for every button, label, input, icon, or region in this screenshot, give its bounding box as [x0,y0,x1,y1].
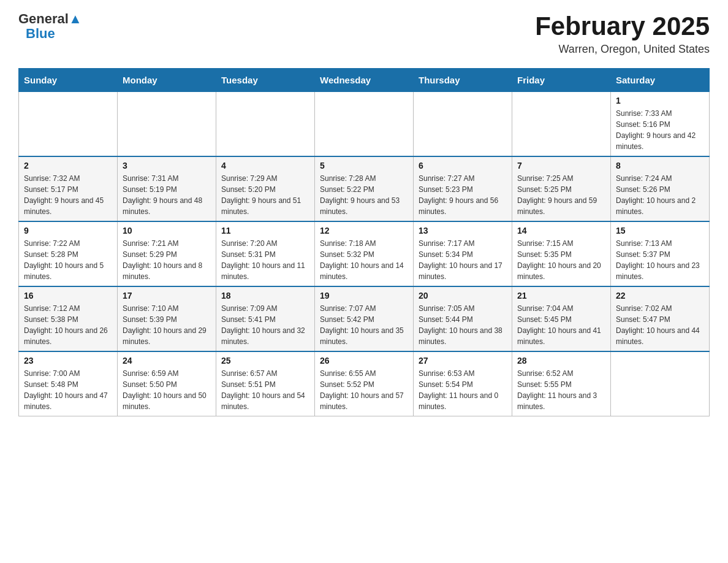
day-info: Sunrise: 6:57 AMSunset: 5:51 PMDaylight:… [221,368,309,412]
calendar-day-cell: 5Sunrise: 7:28 AMSunset: 5:22 PMDaylight… [315,156,414,221]
day-number: 13 [419,226,507,236]
day-number: 7 [517,161,605,170]
day-info: Sunrise: 7:29 AMSunset: 5:20 PMDaylight:… [221,173,309,217]
calendar-day-cell: 25Sunrise: 6:57 AMSunset: 5:51 PMDayligh… [216,351,315,416]
calendar-day-cell: 16Sunrise: 7:12 AMSunset: 5:38 PMDayligh… [19,286,118,351]
calendar-day-cell [611,351,710,416]
calendar-day-cell: 21Sunrise: 7:04 AMSunset: 5:45 PMDayligh… [512,286,611,351]
day-info: Sunrise: 7:12 AMSunset: 5:38 PMDaylight:… [24,303,112,347]
day-number: 9 [24,226,112,236]
day-info: Sunrise: 7:07 AMSunset: 5:42 PMDaylight:… [320,303,408,347]
calendar-day-cell: 15Sunrise: 7:13 AMSunset: 5:37 PMDayligh… [611,221,710,286]
calendar-day-cell: 24Sunrise: 6:59 AMSunset: 5:50 PMDayligh… [118,351,216,416]
calendar-day-cell: 3Sunrise: 7:31 AMSunset: 5:19 PMDaylight… [118,156,216,221]
day-info: Sunrise: 7:18 AMSunset: 5:32 PMDaylight:… [320,238,408,282]
calendar-day-cell: 20Sunrise: 7:05 AMSunset: 5:44 PMDayligh… [414,286,512,351]
day-info: Sunrise: 6:55 AMSunset: 5:52 PMDaylight:… [320,368,408,412]
calendar-day-cell: 2Sunrise: 7:32 AMSunset: 5:17 PMDaylight… [19,156,118,221]
calendar-day-cell: 1Sunrise: 7:33 AMSunset: 5:16 PMDaylight… [611,92,710,157]
day-info: Sunrise: 7:32 AMSunset: 5:17 PMDaylight:… [24,173,112,217]
calendar-week-row: 23Sunrise: 7:00 AMSunset: 5:48 PMDayligh… [19,351,710,416]
title-block: February 2025 Warren, Oregon, United Sta… [535,12,710,56]
calendar-body: 1Sunrise: 7:33 AMSunset: 5:16 PMDaylight… [19,92,710,416]
day-info: Sunrise: 7:24 AMSunset: 5:26 PMDaylight:… [616,173,704,217]
day-number: 12 [320,226,408,236]
calendar-day-cell: 13Sunrise: 7:17 AMSunset: 5:34 PMDayligh… [414,221,512,286]
calendar-week-row: 1Sunrise: 7:33 AMSunset: 5:16 PMDaylight… [19,92,710,157]
day-info: Sunrise: 6:53 AMSunset: 5:54 PMDaylight:… [419,368,507,412]
day-number: 11 [221,226,309,236]
page-header: General▲ Blue February 2025 Warren, Oreg… [18,12,710,56]
day-number: 14 [517,226,605,236]
day-info: Sunrise: 7:31 AMSunset: 5:19 PMDaylight:… [123,173,211,217]
day-info: Sunrise: 7:20 AMSunset: 5:31 PMDaylight:… [221,238,309,282]
calendar-day-cell: 7Sunrise: 7:25 AMSunset: 5:25 PMDaylight… [512,156,611,221]
day-number: 19 [320,291,408,301]
calendar-day-cell: 26Sunrise: 6:55 AMSunset: 5:52 PMDayligh… [315,351,414,416]
calendar-day-cell: 19Sunrise: 7:07 AMSunset: 5:42 PMDayligh… [315,286,414,351]
day-info: Sunrise: 7:17 AMSunset: 5:34 PMDaylight:… [419,238,507,282]
day-number: 26 [320,356,408,366]
day-info: Sunrise: 7:28 AMSunset: 5:22 PMDaylight:… [320,173,408,217]
calendar-day-cell [512,92,611,157]
header-saturday: Saturday [611,69,710,92]
calendar-day-cell: 9Sunrise: 7:22 AMSunset: 5:28 PMDaylight… [19,221,118,286]
day-number: 1 [616,96,704,105]
day-number: 16 [24,291,112,301]
calendar-location: Warren, Oregon, United States [535,43,710,56]
calendar-day-cell: 17Sunrise: 7:10 AMSunset: 5:39 PMDayligh… [118,286,216,351]
header-wednesday: Wednesday [315,69,414,92]
calendar-day-cell [414,92,512,157]
day-number: 22 [616,291,704,301]
day-number: 6 [419,161,507,170]
header-tuesday: Tuesday [216,69,315,92]
day-info: Sunrise: 7:04 AMSunset: 5:45 PMDaylight:… [517,303,605,347]
day-info: Sunrise: 6:59 AMSunset: 5:50 PMDaylight:… [123,368,211,412]
header-sunday: Sunday [19,69,118,92]
calendar-day-cell [315,92,414,157]
calendar-day-cell: 18Sunrise: 7:09 AMSunset: 5:41 PMDayligh… [216,286,315,351]
calendar-day-cell: 12Sunrise: 7:18 AMSunset: 5:32 PMDayligh… [315,221,414,286]
calendar-day-cell: 14Sunrise: 7:15 AMSunset: 5:35 PMDayligh… [512,221,611,286]
day-info: Sunrise: 7:21 AMSunset: 5:29 PMDaylight:… [123,238,211,282]
calendar-day-cell [19,92,118,157]
calendar-day-cell: 10Sunrise: 7:21 AMSunset: 5:29 PMDayligh… [118,221,216,286]
calendar-day-cell: 11Sunrise: 7:20 AMSunset: 5:31 PMDayligh… [216,221,315,286]
day-info: Sunrise: 7:10 AMSunset: 5:39 PMDaylight:… [123,303,211,347]
day-number: 24 [123,356,211,366]
calendar-day-cell: 8Sunrise: 7:24 AMSunset: 5:26 PMDaylight… [611,156,710,221]
day-number: 17 [123,291,211,301]
day-info: Sunrise: 7:27 AMSunset: 5:23 PMDaylight:… [419,173,507,217]
calendar-day-cell: 4Sunrise: 7:29 AMSunset: 5:20 PMDaylight… [216,156,315,221]
day-info: Sunrise: 7:25 AMSunset: 5:25 PMDaylight:… [517,173,605,217]
logo-blue-text: Blue [26,26,55,42]
day-info: Sunrise: 7:05 AMSunset: 5:44 PMDaylight:… [419,303,507,347]
calendar-day-cell: 23Sunrise: 7:00 AMSunset: 5:48 PMDayligh… [19,351,118,416]
calendar-week-row: 16Sunrise: 7:12 AMSunset: 5:38 PMDayligh… [19,286,710,351]
day-info: Sunrise: 7:13 AMSunset: 5:37 PMDaylight:… [616,238,704,282]
calendar-table: Sunday Monday Tuesday Wednesday Thursday… [18,68,710,416]
day-number: 23 [24,356,112,366]
calendar-header-row: Sunday Monday Tuesday Wednesday Thursday… [19,69,710,92]
logo: General▲ Blue [18,12,82,42]
day-info: Sunrise: 7:00 AMSunset: 5:48 PMDaylight:… [24,368,112,412]
logo-general-text: General▲ [18,12,82,26]
day-number: 27 [419,356,507,366]
header-thursday: Thursday [414,69,512,92]
day-number: 15 [616,226,704,236]
day-info: Sunrise: 7:09 AMSunset: 5:41 PMDaylight:… [221,303,309,347]
calendar-day-cell [216,92,315,157]
calendar-title: February 2025 [535,12,710,40]
header-monday: Monday [118,69,216,92]
calendar-day-cell: 27Sunrise: 6:53 AMSunset: 5:54 PMDayligh… [414,351,512,416]
day-number: 5 [320,161,408,170]
day-number: 20 [419,291,507,301]
day-number: 18 [221,291,309,301]
day-number: 28 [517,356,605,366]
day-number: 21 [517,291,605,301]
calendar-day-cell [118,92,216,157]
calendar-day-cell: 28Sunrise: 6:52 AMSunset: 5:55 PMDayligh… [512,351,611,416]
day-number: 3 [123,161,211,170]
day-info: Sunrise: 7:02 AMSunset: 5:47 PMDaylight:… [616,303,704,347]
day-number: 2 [24,161,112,170]
